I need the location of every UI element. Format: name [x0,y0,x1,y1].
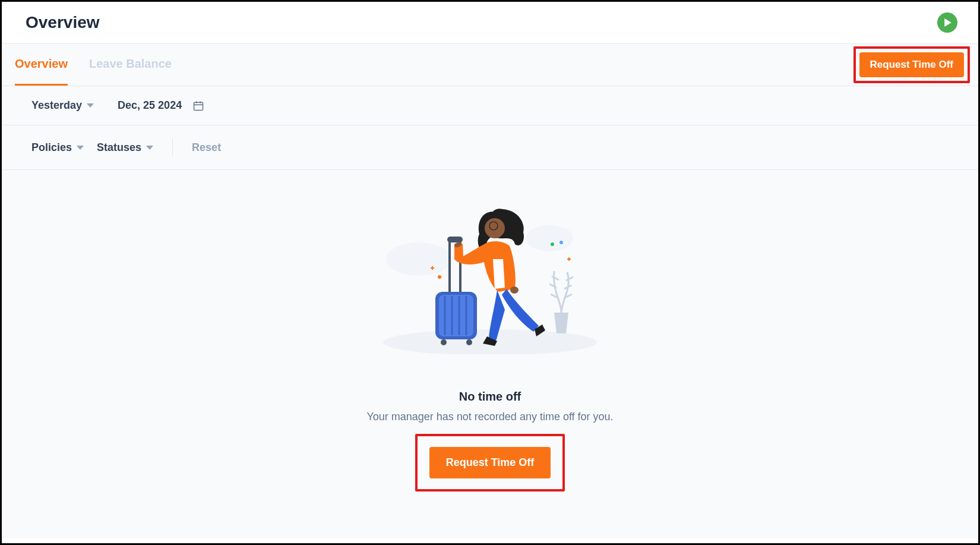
svg-point-6 [526,225,573,251]
svg-rect-12 [447,237,463,242]
empty-state-subtitle: Your manager has not recorded any time o… [366,411,613,423]
page-title: Overview [26,13,100,32]
chevron-down-icon [77,146,84,150]
svg-point-8 [559,241,563,244]
svg-point-7 [551,242,554,246]
calendar-icon [192,100,204,112]
request-time-off-button-top[interactable]: Request Time Off [859,52,964,77]
date-range-dropdown[interactable]: Yesterday [31,99,94,112]
svg-point-5 [386,242,451,276]
svg-rect-10 [448,241,451,298]
svg-rect-0 [194,102,203,110]
svg-point-19 [441,339,447,345]
tabs: Overview Leave Balance [15,44,172,86]
policies-dropdown[interactable]: Policies [31,141,84,154]
svg-point-9 [438,275,441,279]
empty-state-title: No time off [459,390,521,404]
empty-state-illustration [365,200,615,354]
svg-point-21 [485,218,505,238]
statuses-dropdown[interactable]: Statuses [97,141,153,154]
svg-point-20 [466,339,472,345]
highlight-request-top: Request Time Off [853,46,970,83]
play-button[interactable] [937,12,957,33]
svg-point-23 [510,286,519,294]
play-icon [944,18,952,27]
subheader: Overview Leave Balance Request Time Off [2,44,978,86]
filter-row: Policies Statuses Reset [2,125,978,170]
date-value: Dec, 25 2024 [118,99,182,112]
chevron-down-icon [87,103,94,108]
highlight-request-mid: Request Time Off [415,434,565,492]
policies-label: Policies [31,141,72,154]
page-header: Overview [2,2,978,44]
main-content: No time off Your manager has not recorde… [2,170,978,538]
date-range-label: Yesterday [31,99,82,112]
divider [172,138,173,156]
statuses-label: Statuses [97,141,141,154]
tab-overview[interactable]: Overview [15,44,68,86]
tab-leave-balance[interactable]: Leave Balance [89,44,172,86]
request-time-off-button-mid[interactable]: Request Time Off [429,447,551,478]
date-row: Yesterday Dec, 25 2024 [2,86,978,125]
reset-button[interactable]: Reset [192,141,221,154]
date-picker[interactable]: Dec, 25 2024 [118,99,204,112]
chevron-down-icon [146,146,153,150]
